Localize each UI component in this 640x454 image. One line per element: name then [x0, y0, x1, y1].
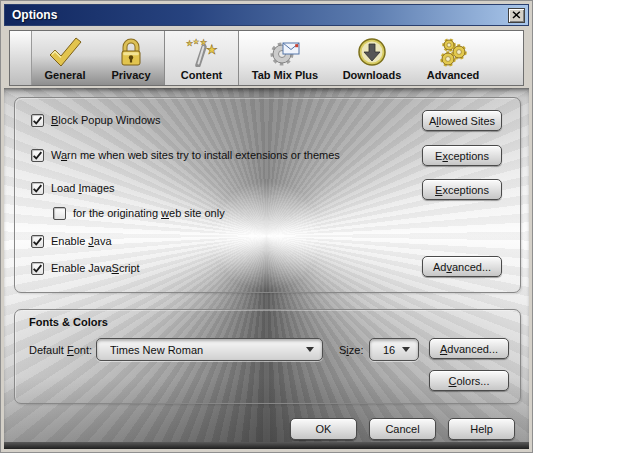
- cancel-button[interactable]: Cancel: [369, 418, 436, 440]
- bottom-shadow-band: [4, 442, 529, 449]
- svg-text:★: ★: [206, 42, 218, 57]
- tab-content[interactable]: ★ ★ ★ ★ Content: [165, 31, 239, 85]
- block-popup-label: Block Popup Windows: [51, 114, 160, 126]
- close-button[interactable]: [508, 8, 525, 23]
- load-images-label: Load Images: [51, 182, 115, 194]
- checkmark-icon: [48, 36, 82, 68]
- enable-java-label: Enable Java: [51, 235, 112, 247]
- install-exceptions-button[interactable]: Exceptions: [422, 145, 502, 166]
- load-images-checkbox[interactable]: [31, 182, 44, 195]
- originating-site-row: for the originating web site only: [53, 205, 225, 221]
- default-font-value: Times New Roman: [110, 344, 306, 356]
- tab-label: Downloads: [343, 69, 402, 81]
- enable-javascript-checkbox[interactable]: [31, 262, 44, 275]
- fonts-advanced-button[interactable]: Advanced...: [429, 338, 509, 359]
- svg-text:★: ★: [193, 38, 199, 46]
- tab-label: General: [45, 69, 86, 81]
- tab-tab-mix-plus[interactable]: Tab Mix Plus: [239, 31, 331, 85]
- load-images-row: Load Images: [31, 180, 115, 196]
- enable-javascript-row: Enable JavaScript: [31, 260, 140, 276]
- default-font-label: Default Font:: [29, 344, 92, 356]
- tab-general[interactable]: General: [32, 31, 98, 85]
- help-button[interactable]: Help: [448, 418, 515, 440]
- close-icon: [512, 11, 521, 19]
- content-panel: Block Popup Windows Warn me when web sit…: [4, 88, 529, 449]
- enable-java-row: Enable Java: [31, 233, 112, 249]
- padlock-icon: [116, 36, 146, 68]
- block-popup-row: Block Popup Windows: [31, 112, 160, 128]
- images-exceptions-button[interactable]: Exceptions: [422, 179, 502, 200]
- content-options-groupbox: Block Popup Windows Warn me when web sit…: [14, 97, 521, 293]
- enable-javascript-label: Enable JavaScript: [51, 262, 140, 274]
- gears-icon: [437, 36, 469, 68]
- fonts-colors-groupbox: Fonts & Colors Default Font: Times New R…: [14, 309, 521, 404]
- enable-java-checkbox[interactable]: [31, 235, 44, 248]
- toolbar-group-right: Tab Mix Plus Downloads: [239, 31, 523, 85]
- colors-button[interactable]: Colors...: [429, 370, 509, 391]
- tab-downloads[interactable]: Downloads: [331, 31, 413, 85]
- tab-privacy[interactable]: Privacy: [98, 31, 164, 85]
- chevron-down-icon: [402, 347, 410, 352]
- toolbar-group-left: General Privacy: [32, 31, 165, 85]
- tab-label: Content: [181, 69, 223, 81]
- allowed-sites-button[interactable]: Allowed Sites: [422, 110, 502, 131]
- ok-button[interactable]: OK: [290, 418, 357, 440]
- originating-site-label: for the originating web site only: [73, 207, 225, 219]
- size-value: 16: [383, 344, 402, 356]
- block-popup-checkbox[interactable]: [31, 114, 44, 127]
- size-label: Size:: [339, 344, 363, 356]
- tab-label: Privacy: [111, 69, 150, 81]
- download-arrow-icon: [357, 36, 387, 68]
- titlebar: Options: [4, 4, 529, 26]
- default-font-select[interactable]: Times New Roman: [96, 338, 323, 361]
- chevron-down-icon: [306, 347, 314, 352]
- javascript-advanced-button[interactable]: Advanced...: [422, 256, 502, 277]
- originating-site-checkbox[interactable]: [53, 207, 66, 220]
- category-toolbar: General Privacy: [9, 30, 524, 86]
- tab-label: Advanced: [427, 69, 480, 81]
- tab-label: Tab Mix Plus: [252, 69, 318, 81]
- warn-install-label: Warn me when web sites try to install ex…: [51, 149, 340, 161]
- options-dialog: Options General: [0, 0, 533, 453]
- warn-install-row: Warn me when web sites try to install ex…: [31, 147, 340, 163]
- toolbar-left-strip: [10, 31, 32, 85]
- window-title: Options: [12, 8, 508, 22]
- fonts-colors-title: Fonts & Colors: [29, 316, 108, 328]
- gear-envelope-icon: [268, 36, 302, 68]
- magic-wand-icon: ★ ★ ★ ★: [185, 36, 219, 68]
- warn-install-checkbox[interactable]: [31, 149, 44, 162]
- size-select[interactable]: 16: [369, 338, 419, 361]
- tab-advanced[interactable]: Advanced: [413, 31, 493, 85]
